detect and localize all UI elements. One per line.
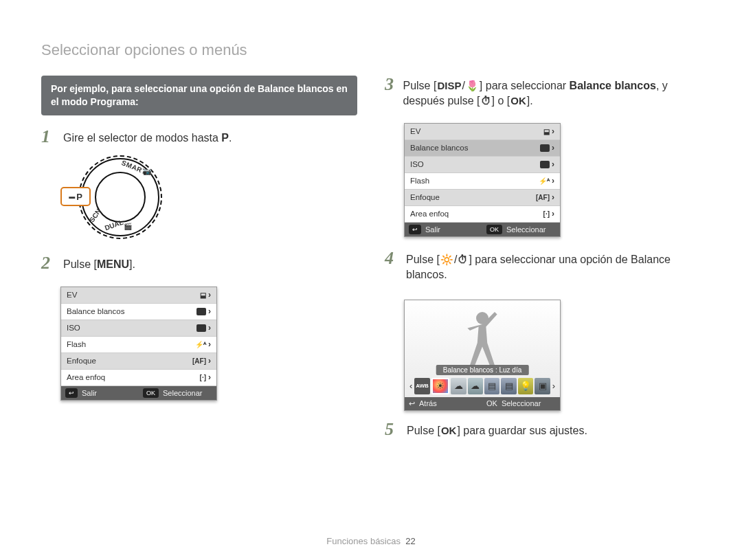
wb-footer: ↩Atrás OKSeleccionar [405,397,560,410]
wb-shade: ☁ [468,378,483,394]
dial-label-dual: DUAL [104,219,124,232]
back-icon: ↩ [409,225,421,234]
key-ok: OK [440,423,458,438]
dial-selected-mode: ▬P [60,187,91,206]
lcd-menu-b: EV⬓› Balance blancos› ISO› Flash⚡ᴬ› Enfo… [404,123,561,237]
timer-icon: ⏱ [457,252,469,267]
back-icon: ↩ [65,388,78,398]
macro-icon: 🌷 [465,78,480,93]
example-box: Por ejemplo, para seleccionar una opción… [41,76,357,115]
right-column: 3 Pulse [DISP/🌷] para seleccionar Balanc… [385,76,701,528]
step-number: 5 [385,421,400,438]
target-item: Balance blancos [570,80,656,91]
ok-icon: OK [143,388,159,398]
footer-section: Funciones básicas [326,536,401,546]
key-menu: MENU [97,258,129,270]
menu-row: Area enfoq[·]› [405,206,560,223]
back-icon: ↩ [409,399,415,408]
ok-icon: OK [486,399,497,407]
footer-page: 22 [405,536,415,546]
wb-awb: AWB [414,378,429,394]
menu-row-selected: Balance blancos› [405,140,560,157]
wb-current-label: Balance blancos : Luz día [436,365,529,375]
menu-row: ISO› [405,157,560,173]
wb-fluorescent-h: ▤ [484,378,499,394]
wb-fluorescent-l: ▤ [501,378,516,394]
step-5: 5 Pulse [OK] para guardar sus ajustes. [385,421,701,438]
dial-label-scn: SCN [88,208,102,224]
wb-option-strip: ‹ AWB ☀ ☁ ☁ ▤ ▤ 💡 ▣ › [409,377,556,395]
menu-row: Area enfoq[·]› [61,370,216,386]
menu-row: Flash⚡ᴬ› [61,337,216,353]
step-3: 3 Pulse [DISP/🌷] para seleccionar Balanc… [385,76,701,109]
key-ok: OK [510,93,527,108]
menu-row: ISO› [61,320,216,337]
wb-daylight-selected: ☀ [431,378,449,394]
wb-preview-screen: Balance blancos : Luz día ‹ AWB ☀ ☁ ☁ ▤ … [404,300,561,411]
step-text: Gire el selector de modos hasta [63,132,221,144]
lcd-menu-a: EV⬓› Balance blancos› ISO› Flash⚡ᴬ› Enfo… [60,287,217,401]
chevron-right-icon: › [552,381,556,391]
menu-row: Enfoque[AF]› [61,353,216,370]
lcd-footer: ↩Salir OKSeleccionar [61,386,216,400]
left-column: Por ejemplo, para seleccionar una opción… [41,76,357,528]
timer-icon: ⏱ [480,93,492,108]
mode-letter: P [221,132,229,144]
key-disp: DISP [436,78,462,93]
step-2: 2 Pulse [MENU]. [41,254,357,272]
step-number: 2 [41,254,56,272]
step-1: 1 Gire el selector de modos hasta P. [41,128,357,146]
step-4: 4 Pulse [🔆/⏱] para seleccionar una opció… [385,249,701,283]
step-number: 1 [41,128,56,146]
menu-row: Enfoque[AF]› [405,190,560,206]
chevron-left-icon: ‹ [409,381,413,391]
ok-icon: OK [486,225,502,234]
wb-custom: ▣ [535,378,550,394]
flash-icon: 🔆 [440,252,454,267]
wb-tungsten: 💡 [518,378,533,394]
lcd-footer: ↩Salir OKSeleccionar [405,223,560,236]
page-footer: Funciones básicas 22 [41,528,701,546]
menu-row: Flash⚡ᴬ› [405,173,560,190]
menu-row: Balance blancos› [61,304,216,320]
mode-dial: SMART SCN DUAL 📷 🎬 [81,158,159,236]
wb-cloudy: ☁ [451,378,466,394]
menu-row: EV⬓› [405,124,560,140]
mode-dial-illustration: SMART SCN DUAL 📷 🎬 ▬P [60,158,177,240]
step-number: 3 [385,76,396,93]
silhouette-icon [451,306,513,368]
menu-row: EV⬓› [61,287,216,304]
page-title: Seleccionar opciones o menús [41,41,701,59]
step-number: 4 [385,249,399,267]
